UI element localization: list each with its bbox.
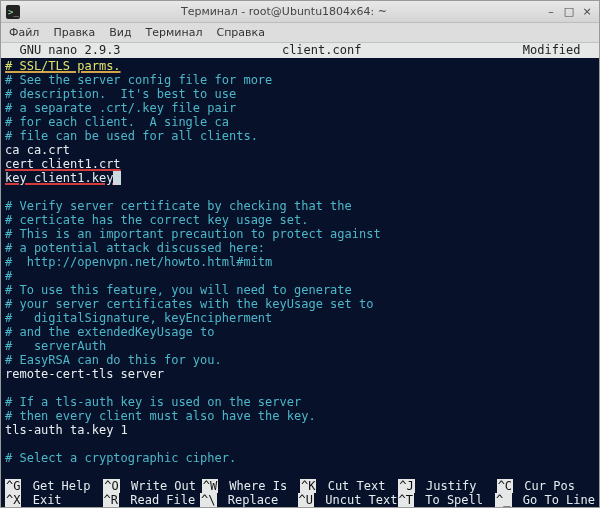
shortcut-key: ^X <box>5 493 21 507</box>
editor-line: # serverAuth <box>5 339 595 353</box>
shortcut-label: Cut Text <box>316 479 385 493</box>
editor-line: # a separate .crt/.key file pair <box>5 101 595 115</box>
shortcut-item: ^O Write Out <box>103 479 201 493</box>
shortcut-label: Cur Pos <box>513 479 575 493</box>
editor-line: # your server certificates with the keyU… <box>5 297 595 311</box>
shortcut-label: Justify <box>415 479 477 493</box>
shortcut-item: ^K Cut Text <box>300 479 398 493</box>
shortcut-key: ^C <box>497 479 513 493</box>
menu-edit[interactable]: Правка <box>53 26 95 39</box>
svg-text:>_: >_ <box>8 7 19 17</box>
shortcut-item: ^W Where Is <box>202 479 300 493</box>
editor-line: # certicate has the correct key usage se… <box>5 213 595 227</box>
shortcut-item: ^R Read File <box>103 493 201 507</box>
app-icon: >_ <box>5 4 21 20</box>
shortcut-key: ^K <box>300 479 316 493</box>
shortcut-label: Write Out <box>120 479 196 493</box>
shortcut-item: ^J Justify <box>398 479 496 493</box>
shortcut-label: Get Help <box>21 479 90 493</box>
shortcut-key: ^T <box>398 493 414 507</box>
nano-filename: client.conf <box>121 43 523 58</box>
shortcut-key: ^R <box>103 493 119 507</box>
editor-line: # To use this feature, you will need to … <box>5 283 595 297</box>
shortcut-label: To Spell <box>414 493 483 507</box>
terminal-window: >_ Терминал - root@Ubuntu1804x64: ~ – □ … <box>0 0 600 508</box>
menu-file[interactable]: Файл <box>9 26 39 39</box>
nano-version: GNU nano 2.9.3 <box>1 43 121 58</box>
shortcut-label: Exit <box>21 493 61 507</box>
menu-terminal[interactable]: Терминал <box>146 26 203 39</box>
terminal-viewport[interactable]: GNU nano 2.9.3 client.conf Modified # SS… <box>1 43 599 507</box>
window-titlebar[interactable]: >_ Терминал - root@Ubuntu1804x64: ~ – □ … <box>1 1 599 23</box>
shortcut-item: ^U Uncut Text <box>298 493 398 507</box>
shortcut-label: Read File <box>119 493 195 507</box>
editor-line: # then every client must also have the k… <box>5 409 595 423</box>
editor-line: # and the extendedKeyUsage to <box>5 325 595 339</box>
editor-line: tls-auth ta.key 1 <box>5 423 595 437</box>
editor-line: # If a tls-auth key is used on the serve… <box>5 395 595 409</box>
shortcut-row: ^X Exit^R Read File^\ Replace^U Uncut Te… <box>1 493 599 507</box>
editor-line: # http://openvpn.net/howto.html#mitm <box>5 255 595 269</box>
editor-area[interactable]: # SSL/TLS parms.# See the server config … <box>1 58 599 479</box>
shortcut-key: ^\ <box>200 493 216 507</box>
editor-line: # digitalSignature, keyEncipherment <box>5 311 595 325</box>
window-title: Терминал - root@Ubuntu1804x64: ~ <box>25 5 543 18</box>
shortcut-key: ^U <box>298 493 314 507</box>
editor-line <box>5 185 595 199</box>
shortcut-item: ^_ Go To Line <box>495 493 595 507</box>
close-icon: × <box>582 5 591 18</box>
shortcut-key: ^J <box>398 479 414 493</box>
shortcut-row: ^G Get Help^O Write Out^W Where Is^K Cut… <box>1 479 599 493</box>
shortcut-key: ^O <box>103 479 119 493</box>
shortcut-item: ^G Get Help <box>5 479 103 493</box>
close-button[interactable]: × <box>579 4 595 20</box>
editor-line: # <box>5 269 595 283</box>
editor-line <box>5 437 595 451</box>
nano-modified: Modified <box>523 43 599 58</box>
menu-help[interactable]: Справка <box>216 26 264 39</box>
shortcut-label: Replace <box>217 493 279 507</box>
shortcut-key: ^W <box>202 479 218 493</box>
shortcut-label: Uncut Text <box>314 493 397 507</box>
editor-line: # Select a cryptographic cipher. <box>5 451 595 465</box>
nano-status-bar: GNU nano 2.9.3 client.conf Modified <box>1 43 599 58</box>
editor-line: key client1.key <box>5 171 595 185</box>
editor-line <box>5 381 595 395</box>
menubar: Файл Правка Вид Терминал Справка <box>1 23 599 43</box>
minimize-button[interactable]: – <box>543 4 559 20</box>
editor-line: # for each client. A single ca <box>5 115 595 129</box>
editor-line: ca ca.crt <box>5 143 595 157</box>
editor-line: # EasyRSA can do this for you. <box>5 353 595 367</box>
shortcut-item: ^T To Spell <box>398 493 496 507</box>
editor-line: # a potential attack discussed here: <box>5 241 595 255</box>
editor-line: remote-cert-tls server <box>5 367 595 381</box>
editor-line: # description. It's best to use <box>5 87 595 101</box>
maximize-icon: □ <box>564 5 574 18</box>
editor-line: # This is an important precaution to pro… <box>5 227 595 241</box>
editor-line: # See the server config file for more <box>5 73 595 87</box>
maximize-button[interactable]: □ <box>561 4 577 20</box>
shortcut-key: ^_ <box>495 493 511 507</box>
shortcut-label: Go To Line <box>512 493 595 507</box>
nano-shortcut-bar: ^G Get Help^O Write Out^W Where Is^K Cut… <box>1 479 599 507</box>
editor-line: # file can be used for all clients. <box>5 129 595 143</box>
editor-line: # Verify server certificate by checking … <box>5 199 595 213</box>
menu-view[interactable]: Вид <box>109 26 131 39</box>
editor-line: cert client1.crt <box>5 157 595 171</box>
shortcut-item: ^\ Replace <box>200 493 298 507</box>
minimize-icon: – <box>548 5 554 18</box>
editor-line: # SSL/TLS parms. <box>5 59 595 73</box>
shortcut-item: ^C Cur Pos <box>497 479 595 493</box>
shortcut-key: ^G <box>5 479 21 493</box>
shortcut-label: Where Is <box>218 479 287 493</box>
shortcut-item: ^X Exit <box>5 493 103 507</box>
